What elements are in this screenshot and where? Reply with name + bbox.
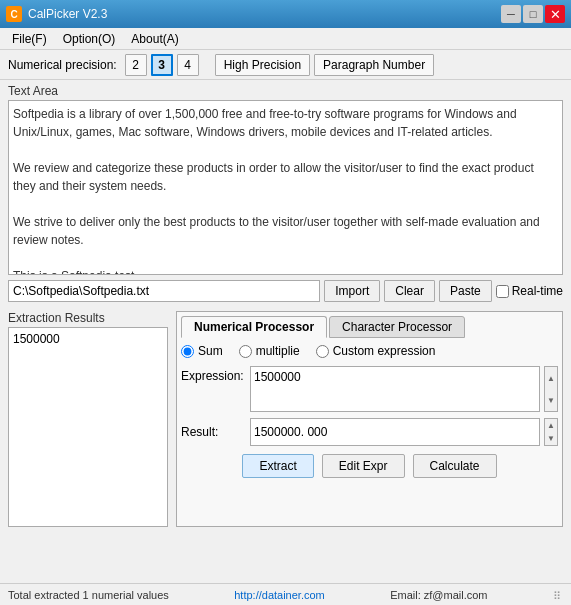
precision-4-button[interactable]: 4 bbox=[177, 54, 199, 76]
title-bar: C CalPicker V2.3 ─ □ ✕ bbox=[0, 0, 571, 28]
precision-3-button[interactable]: 3 bbox=[151, 54, 173, 76]
result-row: Result: ▲ ▼ bbox=[181, 418, 558, 446]
status-text: Total extracted 1 numerial values bbox=[8, 589, 169, 601]
file-path-input[interactable] bbox=[8, 280, 320, 302]
precision-label: Numerical precision: bbox=[8, 58, 117, 72]
result-spin-down[interactable]: ▼ bbox=[545, 432, 557, 445]
import-button[interactable]: Import bbox=[324, 280, 380, 302]
extraction-label: Extraction Results bbox=[8, 311, 168, 325]
radio-multiplie-input[interactable] bbox=[239, 345, 252, 358]
toolbar: Numerical precision: 2 3 4 High Precisio… bbox=[0, 50, 571, 80]
radio-sum-label: Sum bbox=[198, 344, 223, 358]
radio-custom-expression[interactable]: Custom expression bbox=[316, 344, 436, 358]
expression-spin-up[interactable]: ▲ bbox=[545, 367, 557, 389]
tab-character-processor[interactable]: Character Processor bbox=[329, 316, 465, 338]
menu-about[interactable]: About(A) bbox=[123, 30, 186, 48]
edit-expr-button[interactable]: Edit Expr bbox=[322, 454, 405, 478]
processor-panel: Numerical Processor Character Processor … bbox=[176, 311, 563, 527]
expression-textarea[interactable]: 1500000 bbox=[250, 366, 540, 412]
radio-row: Sum multiplie Custom expression bbox=[181, 344, 558, 358]
status-email: Email: zf@mail.com bbox=[390, 589, 487, 601]
extract-button[interactable]: Extract bbox=[242, 454, 313, 478]
menu-option[interactable]: Option(O) bbox=[55, 30, 124, 48]
tab-bar: Numerical Processor Character Processor bbox=[181, 316, 558, 338]
precision-2-button[interactable]: 2 bbox=[125, 54, 147, 76]
radio-custom-input[interactable] bbox=[316, 345, 329, 358]
main-area: Text Area Softpedia is a library of over… bbox=[0, 80, 571, 311]
expression-spinner: ▲ ▼ bbox=[544, 366, 558, 412]
list-item: 1500000 bbox=[13, 332, 163, 346]
radio-custom-label: Custom expression bbox=[333, 344, 436, 358]
window-controls: ─ □ ✕ bbox=[501, 5, 565, 23]
tab-numerical-processor[interactable]: Numerical Processor bbox=[181, 316, 327, 338]
realtime-checkbox[interactable] bbox=[496, 285, 509, 298]
radio-multiplie[interactable]: multiplie bbox=[239, 344, 300, 358]
result-spinner: ▲ ▼ bbox=[544, 418, 558, 446]
app-title: CalPicker V2.3 bbox=[28, 7, 107, 21]
result-spin-up[interactable]: ▲ bbox=[545, 419, 557, 432]
resize-grip: ⠿ bbox=[553, 590, 563, 600]
text-area-content: Softpedia is a library of over 1,500,000… bbox=[13, 107, 543, 275]
result-label: Result: bbox=[181, 425, 246, 439]
minimize-button[interactable]: ─ bbox=[501, 5, 521, 23]
close-button[interactable]: ✕ bbox=[545, 5, 565, 23]
extraction-panel: Extraction Results 1500000 bbox=[8, 311, 168, 527]
radio-multiplie-label: multiplie bbox=[256, 344, 300, 358]
radio-sum[interactable]: Sum bbox=[181, 344, 223, 358]
app-icon: C bbox=[6, 6, 22, 22]
expression-row: Expression: 1500000 ▲ ▼ bbox=[181, 366, 558, 412]
extraction-list: 1500000 bbox=[8, 327, 168, 527]
title-bar-left: C CalPicker V2.3 bbox=[6, 6, 107, 22]
maximize-button[interactable]: □ bbox=[523, 5, 543, 23]
expression-spin-down[interactable]: ▼ bbox=[545, 389, 557, 411]
radio-sum-input[interactable] bbox=[181, 345, 194, 358]
menu-file[interactable]: File(F) bbox=[4, 30, 55, 48]
action-row: Extract Edit Expr Calculate bbox=[181, 454, 558, 478]
file-row: Import Clear Paste Real-time bbox=[8, 280, 563, 302]
menu-bar: File(F) Option(O) About(A) bbox=[0, 28, 571, 50]
status-bar: Total extracted 1 numerial values http:/… bbox=[0, 583, 571, 605]
result-input[interactable] bbox=[250, 418, 540, 446]
paragraph-number-button[interactable]: Paragraph Number bbox=[314, 54, 434, 76]
text-area[interactable]: Softpedia is a library of over 1,500,000… bbox=[8, 100, 563, 275]
status-link[interactable]: http://datainer.com bbox=[234, 589, 325, 601]
bottom-area: Extraction Results 1500000 Numerical Pro… bbox=[0, 311, 571, 527]
clear-button[interactable]: Clear bbox=[384, 280, 435, 302]
paste-button[interactable]: Paste bbox=[439, 280, 492, 302]
high-precision-button[interactable]: High Precision bbox=[215, 54, 310, 76]
expression-label: Expression: bbox=[181, 366, 246, 383]
realtime-label: Real-time bbox=[496, 284, 563, 298]
realtime-text: Real-time bbox=[512, 284, 563, 298]
text-area-label: Text Area bbox=[8, 84, 563, 98]
calculate-button[interactable]: Calculate bbox=[413, 454, 497, 478]
